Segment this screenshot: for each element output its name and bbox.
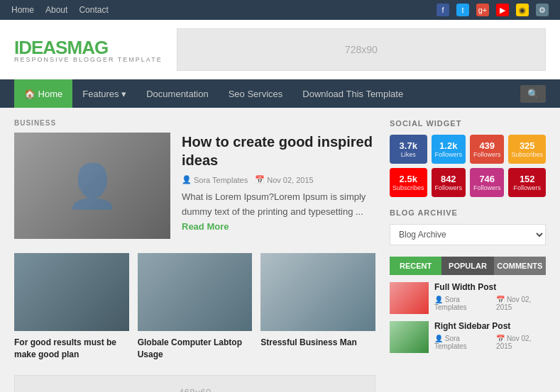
facebook-count: 3.7k bbox=[392, 140, 424, 151]
youtube-label: Subscribes bbox=[392, 184, 424, 191]
social-box-pinterest[interactable]: 842 Followers bbox=[432, 168, 466, 197]
twitter-count: 1.2k bbox=[434, 140, 463, 151]
featured-post: 👤 How to create good inspired ideas 👤 So… bbox=[14, 133, 375, 239]
main-navigation: 🏠 Home Features ▾ Documentation Seo Serv… bbox=[0, 79, 560, 108]
youtube-top-icon[interactable]: ▶ bbox=[496, 4, 509, 16]
pinterest2-label: Followers bbox=[511, 184, 543, 191]
tab-comments[interactable]: COMMENTS bbox=[494, 257, 546, 275]
section-label: BUSINESS bbox=[14, 119, 375, 127]
author-icon: 👤 bbox=[182, 175, 192, 184]
grid-post-2: Globale Computer Labtop Usage bbox=[138, 253, 253, 361]
blog-archive-section: BLOG ARCHIVE Blog Archive bbox=[390, 208, 546, 245]
grid-post-1-image[interactable] bbox=[14, 253, 129, 331]
tab-recent[interactable]: RECENT bbox=[390, 257, 441, 275]
blog-archive-title: BLOG ARCHIVE bbox=[390, 208, 546, 217]
tab-popular[interactable]: POPULAR bbox=[441, 257, 493, 275]
recent-info-1: Full Width Post 👤 Sora Templates 📅 Nov 0… bbox=[434, 282, 546, 311]
grid-post-1-title[interactable]: For good results must be make good plan bbox=[14, 337, 129, 361]
twitter-top-icon[interactable]: t bbox=[456, 4, 469, 16]
grid-post-2-image[interactable] bbox=[138, 253, 253, 331]
social-box-rss[interactable]: 325 Subscribes bbox=[508, 135, 546, 164]
nav-documentation[interactable]: Documentation bbox=[136, 79, 218, 108]
header-ad-banner: 728x90 bbox=[177, 28, 546, 71]
grid-posts: For good results must be make good plan … bbox=[14, 253, 375, 361]
instagram-label: Followers bbox=[473, 184, 501, 191]
featured-post-date: 📅 Nov 02, 2015 bbox=[255, 175, 313, 184]
sidebar-recent-item-2: Right Sidebar Post 👤 Sora Templates 📅 No… bbox=[390, 321, 546, 353]
logo-text-mag: MAG bbox=[67, 37, 108, 58]
pinterest-count: 842 bbox=[434, 174, 463, 184]
social-widget: SOCIAL WIDGET 3.7k Likes 1.2k Followers … bbox=[390, 119, 546, 197]
nav-features[interactable]: Features ▾ bbox=[72, 79, 136, 108]
recent-title-1[interactable]: Full Width Post bbox=[434, 282, 546, 293]
featured-post-content: How to create good inspired ideas 👤 Sora… bbox=[182, 133, 375, 239]
content-wrapper: BUSINESS 👤 How to create good inspired i… bbox=[0, 108, 560, 392]
social-box-googleplus[interactable]: 439 Followers bbox=[470, 135, 504, 164]
content-ad-banner: 468x60 bbox=[14, 375, 375, 392]
social-box-youtube[interactable]: 2.5k Subscribes bbox=[390, 168, 427, 197]
top-social-icons: f t g+ ▶ ◉ ⚙ bbox=[437, 4, 549, 16]
featured-post-image[interactable]: 👤 bbox=[14, 133, 170, 239]
grid-post-1: For good results must be make good plan bbox=[14, 253, 129, 361]
settings-top-icon[interactable]: ⚙ bbox=[536, 4, 549, 16]
recent-thumb-2[interactable] bbox=[390, 321, 429, 353]
nav-download[interactable]: Download This Template bbox=[292, 79, 413, 108]
social-box-instagram[interactable]: 746 Followers bbox=[470, 168, 504, 197]
logo-text-ideas: IDEAS bbox=[14, 37, 67, 58]
nav-home[interactable]: 🏠 Home bbox=[14, 79, 72, 108]
gplus-count: 439 bbox=[473, 140, 501, 151]
rss-label: Subscribes bbox=[511, 151, 543, 158]
grid-post-3-title[interactable]: Stressful Business Man bbox=[260, 337, 375, 349]
social-box-twitter[interactable]: 1.2k Followers bbox=[432, 135, 466, 164]
instagram-count: 746 bbox=[473, 174, 501, 184]
facebook-top-icon[interactable]: f bbox=[437, 4, 449, 16]
sidebar-recent-item-1: Full Width Post 👤 Sora Templates 📅 Nov 0… bbox=[390, 282, 546, 314]
twitter-label: Followers bbox=[434, 151, 463, 158]
social-box-facebook[interactable]: 3.7k Likes bbox=[390, 135, 427, 164]
recent-title-2[interactable]: Right Sidebar Post bbox=[434, 321, 546, 332]
main-column: BUSINESS 👤 How to create good inspired i… bbox=[14, 119, 375, 392]
top-nav-links: Home About Contact bbox=[11, 5, 109, 15]
social-box-pinterest2[interactable]: 152 Followers bbox=[508, 168, 546, 197]
date-text: Nov 02, 2015 bbox=[267, 176, 313, 184]
social-boxes-grid: 3.7k Likes 1.2k Followers 439 Followers … bbox=[390, 135, 546, 197]
recent-author-2: 👤 Sora Templates bbox=[434, 335, 490, 350]
topnav-home[interactable]: Home bbox=[11, 5, 34, 15]
blog-archive-select[interactable]: Blog Archive bbox=[390, 224, 546, 245]
site-header: IDEASMAG RESPONSIVE BLOGGER TEMPLATE 728… bbox=[0, 20, 560, 79]
recent-thumb-1[interactable] bbox=[390, 282, 429, 314]
read-more-link[interactable]: Read More bbox=[182, 221, 229, 232]
pinterest-label: Followers bbox=[434, 184, 463, 191]
nav-seo[interactable]: Seo Services bbox=[219, 79, 293, 108]
author-name: Sora Templates bbox=[194, 176, 248, 184]
recent-info-2: Right Sidebar Post 👤 Sora Templates 📅 No… bbox=[434, 321, 546, 350]
social-widget-title: SOCIAL WIDGET bbox=[390, 119, 546, 128]
recent-date-2: 📅 Nov 02, 2015 bbox=[496, 335, 546, 350]
grid-post-3-image[interactable] bbox=[260, 253, 375, 331]
featured-post-meta: 👤 Sora Templates 📅 Nov 02, 2015 bbox=[182, 175, 375, 184]
featured-post-excerpt: What is Lorem Ipsum?Lorem Ipsum is simpl… bbox=[182, 190, 375, 234]
grid-post-3: Stressful Business Man bbox=[260, 253, 375, 361]
gplus-label: Followers bbox=[473, 151, 501, 158]
search-button[interactable]: 🔍 bbox=[520, 85, 546, 103]
grid-post-2-title[interactable]: Globale Computer Labtop Usage bbox=[138, 337, 253, 361]
recent-meta-1: 👤 Sora Templates 📅 Nov 02, 2015 bbox=[434, 296, 546, 311]
social5-top-icon[interactable]: ◉ bbox=[516, 4, 529, 16]
topnav-contact[interactable]: Contact bbox=[79, 5, 108, 15]
sidebar-tab-bar: RECENT POPULAR COMMENTS bbox=[390, 257, 546, 275]
calendar-icon: 📅 bbox=[255, 175, 265, 184]
rss-count: 325 bbox=[511, 140, 543, 151]
youtube-count: 2.5k bbox=[392, 174, 424, 184]
featured-post-author: 👤 Sora Templates bbox=[182, 175, 248, 184]
facebook-label: Likes bbox=[392, 151, 424, 158]
sidebar: SOCIAL WIDGET 3.7k Likes 1.2k Followers … bbox=[390, 119, 546, 392]
main-nav-links: 🏠 Home Features ▾ Documentation Seo Serv… bbox=[14, 79, 413, 108]
topnav-about[interactable]: About bbox=[45, 5, 67, 15]
top-navigation: Home About Contact f t g+ ▶ ◉ ⚙ bbox=[0, 0, 560, 20]
logo-subtitle: RESPONSIVE BLOGGER TEMPLATE bbox=[14, 56, 163, 63]
site-logo[interactable]: IDEASMAG RESPONSIVE BLOGGER TEMPLATE bbox=[14, 37, 163, 63]
googleplus-top-icon[interactable]: g+ bbox=[476, 4, 489, 16]
pinterest2-count: 152 bbox=[511, 174, 543, 184]
recent-meta-2: 👤 Sora Templates 📅 Nov 02, 2015 bbox=[434, 335, 546, 350]
featured-post-title[interactable]: How to create good inspired ideas bbox=[182, 133, 375, 169]
